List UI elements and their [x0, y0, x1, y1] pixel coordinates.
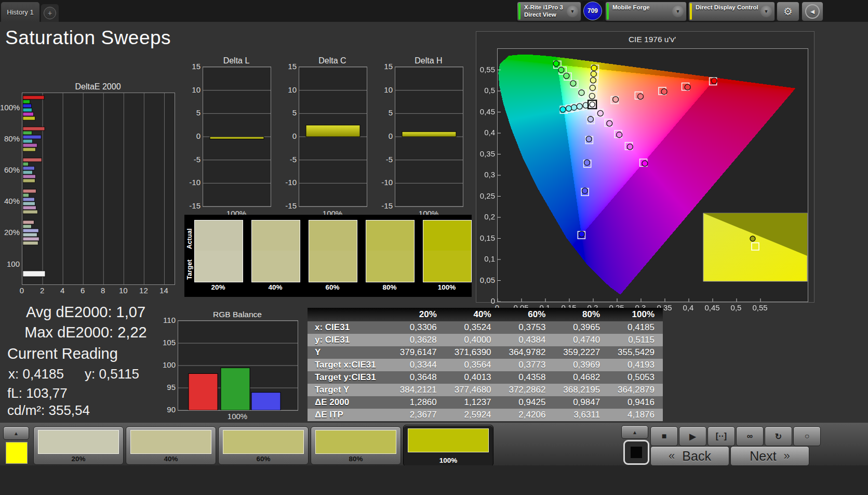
deltae-bar — [23, 108, 32, 112]
table-cell: 0,4682 — [554, 371, 608, 384]
stop-button[interactable]: ■ — [650, 426, 678, 446]
pattern-button-60%[interactable]: 60% — [218, 426, 309, 465]
delta_h-plot — [395, 67, 463, 207]
next-button[interactable]: Next » — [730, 446, 809, 466]
table-cell: 1,1237 — [445, 396, 500, 409]
collapse-panel-button[interactable]: ◀ — [802, 2, 823, 21]
meter-status-indicator — [518, 3, 520, 20]
table-row-label: y: CIE31 — [308, 334, 391, 346]
cie-measured-blue — [579, 231, 584, 237]
record-button[interactable]: ○ — [793, 426, 821, 446]
scroll-up-right-button[interactable]: ▲ — [621, 425, 648, 439]
next-label: Next — [750, 449, 776, 464]
chevron-left-icon: « — [669, 449, 675, 463]
swatch-target-40% — [252, 251, 300, 282]
deltae2000-bars — [22, 93, 175, 284]
delta_c-bar — [306, 125, 360, 137]
display-control-dropdown[interactable]: Direct Display Control ▼ — [688, 2, 775, 21]
cie-measured-yellow — [591, 71, 596, 77]
table-cell: 2,4206 — [500, 409, 554, 421]
new-tab-button[interactable]: + — [41, 4, 59, 22]
delta-c-title: Delta C — [299, 56, 366, 66]
cie-measured-green — [558, 67, 564, 73]
deltae2000-chart: DeltaE 2000 100%80%60%40%20%100024681012… — [0, 82, 182, 309]
deltae-row-label: 80% — [0, 134, 20, 143]
meter-name: X-Rite i1Pro 3 — [524, 4, 563, 11]
source-dropdown[interactable]: Mobile Forge ▼ — [605, 2, 687, 21]
delta_h-y-tick: 10 — [379, 85, 393, 94]
cie-measured-yellow — [590, 85, 595, 91]
table-cell: 0,3969 — [554, 359, 608, 371]
deltae-row-label: 40% — [0, 197, 20, 205]
deltae-bar — [23, 166, 34, 170]
cie-measured-red — [685, 84, 690, 90]
cie-y-tick: 0,4 — [476, 128, 495, 137]
deltae-bar — [23, 189, 36, 193]
colorspace-badge-box[interactable]: 709 — [582, 1, 604, 21]
plus-icon: + — [44, 7, 56, 19]
meter-dropdown[interactable]: X-Rite i1Pro 3 Direct View ▼ — [517, 2, 581, 21]
table-cell: 0,3648 — [391, 371, 445, 384]
swatch-target-20% — [195, 251, 243, 282]
cie-measured-magenta — [642, 161, 648, 166]
pattern-button-80%[interactable]: 80% — [311, 426, 401, 465]
swatch-label: 60% — [308, 283, 357, 291]
cie-y-tick: 0,35 — [476, 149, 495, 158]
cie-white-point — [590, 102, 595, 107]
cie-measured-green — [579, 90, 584, 96]
delta_h-y-tick: -5 — [379, 155, 393, 164]
swatch-60% — [309, 220, 357, 282]
table-cell: 0,9425 — [500, 396, 554, 409]
tab-label: History 1 — [7, 8, 33, 16]
deltae-bar — [23, 193, 29, 197]
table-cell: 0,5053 — [608, 371, 663, 384]
table-cell: 0,3753 — [500, 321, 554, 334]
table-row: ΔE ITP2,36772,59242,42063,63114,1876 — [308, 409, 663, 421]
cie-measured-yellow — [590, 77, 596, 83]
table-row-label: Target Y — [308, 384, 391, 396]
table-cell: 0,4358 — [500, 371, 554, 384]
swatch-actual-80% — [366, 220, 414, 251]
deltae-bar — [23, 202, 35, 205]
delta_h-y-tick: 5 — [379, 108, 393, 117]
refresh-button[interactable]: ↻ — [765, 426, 792, 446]
pattern-label: 60% — [219, 455, 308, 463]
pattern-swatch — [408, 428, 489, 452]
table-cell: 0,9416 — [608, 396, 663, 409]
swatch-actual-100% — [423, 220, 471, 251]
table-col-header: 40% — [445, 308, 500, 321]
pattern-window-button[interactable] — [623, 440, 649, 465]
deltae-x-tick: 12 — [136, 286, 151, 295]
swatch-20% — [194, 220, 243, 282]
swatch-target-100% — [423, 251, 471, 282]
chevron-down-icon: ▼ — [672, 6, 684, 17]
pattern-button-100%[interactable]: 100% — [403, 425, 493, 466]
colorspace-badge: 709 — [583, 2, 602, 20]
interval-button[interactable]: [··] — [707, 426, 735, 446]
cie-x-tick: 0,5 — [726, 303, 746, 312]
pattern-button-40%[interactable]: 40% — [126, 426, 216, 465]
deltae-bar — [23, 148, 35, 151]
loop-infinite-button[interactable]: ∞ — [736, 426, 764, 446]
table-cell: 0,4000 — [445, 334, 500, 346]
table-cell: 377,4680 — [445, 384, 500, 396]
deltae-bar — [23, 104, 32, 108]
back-button[interactable]: « Back — [650, 446, 729, 466]
table-cell: 4,1876 — [608, 409, 663, 421]
chevron-left-icon: ◀ — [805, 4, 820, 19]
swatch-target-60% — [309, 251, 357, 282]
cie-x-tick: 0,55 — [750, 303, 770, 312]
scroll-up-left-button[interactable]: ▲ — [3, 426, 29, 440]
tab-history-1[interactable]: History 1 — [1, 2, 39, 22]
pattern-button-20%[interactable]: 20% — [33, 426, 124, 465]
deltae-bar — [23, 241, 38, 245]
table-row: x: CIE310,33060,35240,37530,39650,4185 — [308, 321, 663, 334]
current-reading-title: Current Reading — [7, 345, 118, 362]
table-cell: 2,3677 — [391, 409, 445, 421]
deltae-bar — [23, 237, 39, 241]
settings-gear-button[interactable]: ⚙ — [777, 2, 799, 21]
delta_l-y-tick: -5 — [187, 155, 201, 164]
play-button[interactable]: ▶ — [679, 426, 706, 446]
chevron-down-icon: ▼ — [567, 6, 578, 17]
swatch-label: 40% — [251, 283, 300, 291]
